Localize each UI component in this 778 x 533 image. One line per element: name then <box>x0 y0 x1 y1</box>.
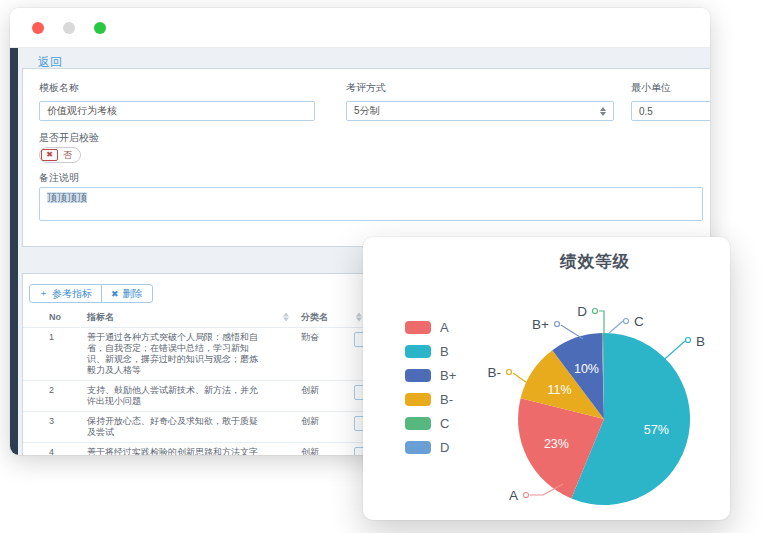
callout-label-D: D <box>577 304 587 319</box>
row-no: 3 <box>49 412 87 431</box>
eval-method-select[interactable]: 5分制 <box>346 101 614 121</box>
callout-line-B <box>658 341 685 365</box>
callout-label-B-: B- <box>488 365 502 380</box>
row-indicator-name: 保持开放心态、好奇心及求知欲，敢于质疑及尝试 <box>87 412 301 442</box>
callout-label-B+: B+ <box>532 317 549 332</box>
eval-method-value: 5分制 <box>354 102 380 120</box>
select-updown-icon <box>600 107 606 116</box>
sidebar-sliver <box>10 48 18 455</box>
template-form-panel: 模板名称 考评方式 5分制 最小单位 是否开启校验 ✖ 否 备注说明 顶顶顶顶 <box>22 68 710 247</box>
remark-text: 顶顶顶顶 <box>47 192 87 203</box>
zoom-window-button[interactable] <box>94 22 106 34</box>
row-category: 勤奋 <box>301 328 354 347</box>
callout-line-C <box>609 321 623 333</box>
remark-label: 备注说明 <box>39 171 79 185</box>
x-icon: ✖ <box>111 289 119 299</box>
row-no: 1 <box>49 328 87 347</box>
row-category: 创新 <box>301 443 354 455</box>
screenshot-stage: 返回 模板名称 考评方式 5分制 最小单位 是否开启校验 ✖ 否 备注说明 <box>0 0 778 533</box>
callout-line-B+ <box>561 325 583 339</box>
pie-chart: 57%23%11%10%BAB-B+DC <box>363 237 730 520</box>
callout-dot-D <box>593 309 598 314</box>
eval-method-label: 考评方式 <box>346 81 386 95</box>
table-toolbar: ＋ 参考指标 ✖ 删除 <box>29 284 153 303</box>
row-category: 创新 <box>301 381 354 400</box>
validation-toggle[interactable]: ✖ 否 <box>39 147 81 163</box>
callout-line-D <box>599 311 604 335</box>
callout-dot-B+ <box>555 322 560 327</box>
close-window-button[interactable] <box>32 22 44 34</box>
header-no: No <box>49 312 87 322</box>
toggle-off-x-icon: ✖ <box>41 149 58 161</box>
plus-icon: ＋ <box>39 287 48 300</box>
pie-percent-label: 11% <box>548 383 572 397</box>
sort-icon[interactable] <box>283 313 289 322</box>
min-unit-label: 最小单位 <box>631 81 671 95</box>
header-name[interactable]: 指标名 <box>87 311 301 324</box>
add-indicator-button[interactable]: ＋ 参考指标 <box>29 284 102 303</box>
toggle-state-label: 否 <box>58 149 79 162</box>
window-titlebar <box>10 8 710 48</box>
minimize-window-button[interactable] <box>63 22 75 34</box>
pie-percent-label: 57% <box>644 423 669 437</box>
template-name-label: 模板名称 <box>39 81 79 95</box>
row-indicator-name: 善于将经过实践检验的创新思路和方法文字化、制度化，纳入日常工作流程 <box>87 443 301 455</box>
callout-label-B: B <box>696 334 705 349</box>
template-name-input[interactable] <box>39 101 315 121</box>
callout-dot-C <box>624 319 629 324</box>
callout-label-C: C <box>634 314 644 329</box>
pie-percent-label: 10% <box>574 362 599 376</box>
callout-label-A: A <box>509 488 518 503</box>
callout-dot-A <box>524 493 529 498</box>
callout-line-B- <box>513 373 530 385</box>
callout-dot-B <box>686 338 691 343</box>
callout-dot-B- <box>507 370 512 375</box>
delete-button[interactable]: ✖ 删除 <box>101 284 153 303</box>
performance-chart-card: 绩效等级 ABB+B-CD 57%23%11%10%BAB-B+DC <box>363 237 730 520</box>
row-indicator-name: 善于通过各种方式突破个人局限：感悟和自省，自我否定；在错误中总结，学习新知识、新… <box>87 328 301 380</box>
row-no: 2 <box>49 381 87 400</box>
validation-label: 是否开启校验 <box>39 131 99 145</box>
remark-textarea[interactable]: 顶顶顶顶 <box>39 187 703 221</box>
row-indicator-name: 支持、鼓励他人尝试新技术、新方法，并允许出现小问题 <box>87 381 301 411</box>
row-no: 4 <box>49 443 87 455</box>
header-category[interactable]: 分类名 <box>301 311 354 324</box>
row-category: 创新 <box>301 412 354 431</box>
pie-percent-label: 23% <box>544 437 569 451</box>
min-unit-input[interactable] <box>631 101 710 121</box>
